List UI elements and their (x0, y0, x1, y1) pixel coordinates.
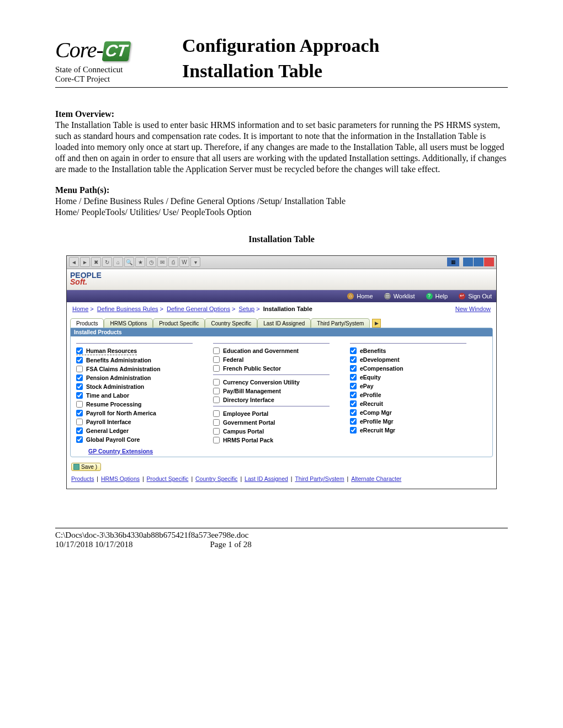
home-icon[interactable]: ⌂ (113, 257, 123, 267)
new-window-link[interactable]: New Window (455, 306, 491, 312)
crumb-home[interactable]: Home (72, 306, 88, 312)
checkbox-row: Stock Administration (76, 383, 213, 390)
bottom-link[interactable]: Products (71, 475, 94, 482)
checkbox[interactable] (350, 356, 357, 363)
document-header: Core-CT State of Connecticut Core-CT Pro… (55, 33, 508, 88)
checkbox-row: eEquity (350, 373, 487, 381)
checkbox-row: FSA Claims Administration (76, 365, 213, 373)
bottom-link[interactable]: Third Party/System (295, 475, 344, 482)
checkbox[interactable] (76, 436, 83, 443)
checkbox[interactable] (213, 437, 220, 443)
checkbox-label: eEquity (360, 374, 381, 381)
checkbox[interactable] (350, 427, 357, 433)
checkbox[interactable] (76, 392, 83, 399)
checkbox[interactable] (213, 410, 220, 417)
bottom-link[interactable]: Alternate Character (351, 475, 401, 482)
checkbox[interactable] (76, 401, 83, 408)
checkbox[interactable] (350, 418, 357, 425)
checkbox-label: eRecruit Mgr (360, 427, 395, 433)
checkbox-label: Directory Interface (223, 397, 274, 403)
checkbox[interactable] (76, 419, 83, 425)
mail-icon[interactable]: ✉ (157, 257, 167, 267)
checkbox[interactable] (350, 365, 357, 372)
checkbox[interactable] (350, 392, 357, 398)
checkbox[interactable] (350, 383, 357, 389)
bottom-link[interactable]: HRMS Options (101, 475, 140, 482)
checkbox-row: ePay (350, 382, 487, 390)
checkbox-label: Currency Conversion Utility (223, 379, 300, 386)
crumb-define-business-rules[interactable]: Define Business Rules (97, 306, 158, 312)
tab-hrms-options[interactable]: HRMS Options (104, 318, 153, 328)
search-icon[interactable]: 🔍 (124, 257, 134, 267)
bottom-link[interactable]: Product Specific (147, 475, 189, 482)
nav-help-label: Help (435, 293, 448, 299)
peoplesoft-header: PEOPLESoft. (67, 269, 496, 290)
checkbox-row: eRecruit (350, 400, 487, 408)
checkbox[interactable] (213, 365, 220, 372)
signout-nav-icon: ↩ (459, 293, 465, 299)
checkbox-label: Resume Processing (86, 401, 141, 408)
crumb-current: Installation Table (263, 306, 312, 312)
title-block: Configuration Approach Installation Tabl… (166, 33, 379, 84)
bottom-link[interactable]: Last ID Assigned (245, 475, 288, 482)
print-icon[interactable]: ⎙ (168, 257, 178, 267)
favorites-icon[interactable]: ★ (135, 257, 145, 267)
checkbox[interactable] (76, 410, 83, 416)
checkbox-label: Stock Administration (86, 383, 144, 390)
save-button[interactable]: Save) (71, 463, 101, 471)
forward-icon[interactable]: ► (80, 257, 90, 267)
checkbox-label: Pension Administration (86, 374, 151, 381)
tab-country-specific[interactable]: Country Specific (205, 318, 257, 328)
stop-icon[interactable]: ✖ (91, 257, 101, 267)
checkbox[interactable] (76, 357, 83, 363)
crumb-setup[interactable]: Setup (238, 306, 254, 312)
nav-home[interactable]: ⌂Home (347, 293, 373, 299)
checkbox[interactable] (76, 383, 83, 390)
back-icon[interactable]: ◄ (69, 257, 79, 267)
checkbox-row: eProfile (350, 391, 487, 399)
checkbox[interactable] (213, 419, 220, 426)
bottom-link[interactable]: Country Specific (195, 475, 237, 482)
checkbox[interactable] (350, 347, 357, 354)
close-button[interactable] (484, 258, 494, 266)
tab-last-id-assigned[interactable]: Last ID Assigned (257, 318, 311, 328)
checkbox-row: General Ledger (76, 427, 213, 435)
tab-third-party-system[interactable]: Third Party/System (311, 318, 370, 328)
products-column-2: Education and GovernmentFederalFrench Pu… (213, 341, 350, 454)
checkbox-row: eProfile Mgr (350, 417, 487, 425)
tab-products[interactable]: Products (70, 318, 104, 328)
history-icon[interactable]: ◷ (146, 257, 156, 267)
checkbox-row: Time and Labor (76, 392, 213, 399)
edit-icon[interactable]: ▾ (190, 257, 200, 267)
checkbox-row: Employee Portal (213, 410, 350, 417)
tab-scroll-right-icon[interactable]: ▶ (372, 319, 381, 328)
checkbox[interactable] (213, 397, 220, 403)
nav-worklist[interactable]: ☰Worklist (384, 293, 415, 299)
gp-country-extensions-link[interactable]: GP Country Extensions (88, 448, 153, 454)
checkbox-row: Directory Interface (213, 396, 350, 404)
checkbox[interactable] (76, 347, 83, 354)
checkbox[interactable] (76, 427, 83, 434)
word-icon[interactable]: W (179, 257, 189, 267)
checkbox-label: Employee Portal (223, 410, 268, 417)
checkbox[interactable] (350, 400, 357, 407)
item-overview-head: Item Overview: (55, 109, 114, 119)
minimize-button[interactable] (463, 258, 473, 266)
checkbox[interactable] (76, 366, 83, 372)
checkbox-row: eComp Mgr (350, 409, 487, 416)
checkbox[interactable] (213, 428, 220, 435)
crumb-define-general-options[interactable]: Define General Options (167, 306, 230, 312)
checkbox[interactable] (213, 347, 220, 354)
checkbox[interactable] (350, 374, 357, 381)
checkbox[interactable] (213, 388, 220, 394)
checkbox[interactable] (213, 379, 220, 386)
checkbox[interactable] (213, 356, 220, 363)
tab-product-specific[interactable]: Product Specific (153, 318, 205, 328)
refresh-icon[interactable]: ↻ (102, 257, 112, 267)
maximize-button[interactable] (474, 258, 484, 266)
nav-signout[interactable]: ↩Sign Out (459, 293, 492, 299)
checkbox-row: Education and Government (213, 347, 350, 355)
nav-help[interactable]: ?Help (426, 293, 448, 299)
checkbox[interactable] (350, 409, 357, 416)
checkbox[interactable] (76, 374, 83, 381)
